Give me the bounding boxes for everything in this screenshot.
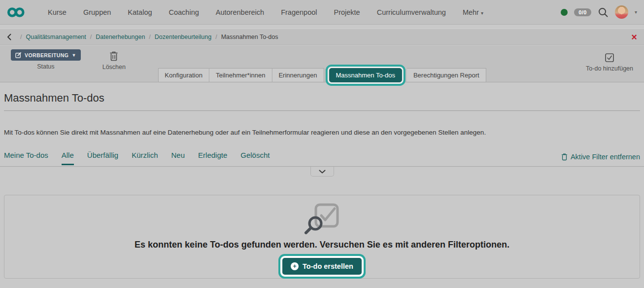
add-todo-label: To-do hinzufügen (586, 65, 633, 72)
app-window: Kurse Gruppen Katalog Coaching Autorenbe… (0, 0, 644, 288)
breadcrumb-separator: / (90, 34, 92, 40)
search-icon[interactable] (598, 7, 609, 18)
todo-checkbox-icon (605, 51, 614, 63)
online-status-dot (561, 9, 568, 16)
nav-item-mehr[interactable]: Mehr▾ (454, 8, 492, 16)
filter-geloescht[interactable]: Gelöscht (240, 151, 270, 165)
breadcrumb-item-dozentenbeurteilung[interactable]: Dozentenbeurteilung (155, 34, 211, 40)
delete-tool[interactable]: Löschen (102, 49, 126, 71)
status-button-label: VORBEREITUNG (25, 52, 68, 58)
create-todo-button[interactable]: + To-do erstellen (282, 258, 362, 275)
nav-item-kurse[interactable]: Kurse (39, 8, 75, 16)
nav-item-fragenpool[interactable]: Fragenpool (272, 8, 325, 16)
course-toolbar: VORBEREITUNG ▼ Status Löschen (0, 45, 644, 82)
course-tabs: Konfiguration Teilnehmer*innen Erinnerun… (158, 68, 486, 82)
trash-icon (109, 49, 118, 61)
chevron-down-icon: ▼ (71, 53, 76, 58)
openolat-logo-icon[interactable] (7, 6, 29, 19)
breadcrumb-separator: / (20, 34, 22, 40)
clear-filters-link[interactable]: Aktive Filter entfernen (561, 153, 640, 165)
status-tool: VORBEREITUNG ▼ Status (11, 49, 81, 71)
clear-filters-label: Aktive Filter entfernen (571, 153, 640, 161)
nav-item-gruppen[interactable]: Gruppen (75, 8, 119, 16)
empty-state-message: Es konnten keine To-dos gefunden werden.… (135, 240, 509, 250)
nav-more-label: Mehr (463, 8, 479, 16)
tab-massnahmen-todos[interactable]: Massnahmen To-dos (329, 68, 402, 82)
filter-tabs: Meine To-dos Alle Überfällig Kürzlich Ne… (4, 151, 640, 165)
tab-berechtigungen-report[interactable]: Berechtigungen Report (407, 68, 486, 82)
nav-item-projekte[interactable]: Projekte (325, 8, 368, 16)
nav-item-curriculumverwaltung[interactable]: Curriculumverwaltung (369, 8, 454, 16)
filter-ueberfaellig[interactable]: Überfällig (87, 151, 118, 165)
no-results-search-check-icon (303, 202, 341, 236)
breadcrumb-separator: / (215, 34, 217, 40)
delete-label: Löschen (102, 64, 126, 71)
filter-alle[interactable]: Alle (62, 151, 74, 165)
create-todo-button-label: To-do erstellen (303, 262, 353, 270)
empty-state-panel: Es konnten keine To-dos gefunden werden.… (4, 195, 640, 279)
breadcrumb-separator: / (149, 34, 150, 40)
breadcrumb-current: Massnahmen To-dos (221, 34, 278, 40)
trash-icon (561, 153, 568, 161)
chevron-down-icon[interactable]: ▾ (635, 9, 637, 15)
breadcrumb: / Qualitätsmanagement / Datenerhebungen … (0, 29, 644, 45)
nav-item-coaching[interactable]: Coaching (161, 8, 207, 16)
chevron-down-icon (319, 170, 326, 174)
back-chevron-icon[interactable] (7, 34, 11, 40)
edit-pencil-icon (15, 52, 22, 58)
close-icon[interactable]: × (631, 32, 637, 42)
filter-meine-todos[interactable]: Meine To-dos (4, 151, 48, 165)
status-dropdown-button[interactable]: VORBEREITUNG ▼ (11, 49, 81, 61)
page-description: Mit To-dos können Sie direkt mit Massnah… (4, 129, 640, 136)
breadcrumb-item-datenerhebungen[interactable]: Datenerhebungen (96, 34, 145, 40)
top-navbar: Kurse Gruppen Katalog Coaching Autorenbe… (0, 0, 644, 25)
collapse-filters-button[interactable] (310, 167, 334, 177)
filter-erledigte[interactable]: Erledigte (198, 151, 227, 165)
filter-kuerzlich[interactable]: Kürzlich (132, 151, 158, 165)
topnav-right-cluster: 0/0 ▾ (561, 5, 637, 19)
plus-circle-icon: + (291, 262, 299, 270)
breadcrumb-item-qualitaetsmanagement[interactable]: Qualitätsmanagement (26, 34, 86, 40)
nav-item-autorenbereich[interactable]: Autorenbereich (207, 8, 272, 16)
tab-konfiguration[interactable]: Konfiguration (158, 68, 209, 82)
toolbar-left-group: VORBEREITUNG ▼ Status Löschen (11, 49, 126, 71)
tab-teilnehmerinnen[interactable]: Teilnehmer*innen (209, 68, 272, 82)
status-label: Status (37, 63, 54, 70)
page-title: Massnahmen To-dos (4, 92, 640, 111)
tab-erinnerungen[interactable]: Erinnerungen (272, 68, 324, 82)
nav-item-katalog[interactable]: Katalog (119, 8, 160, 16)
chat-counter-badge[interactable]: 0/0 (574, 8, 591, 16)
chevron-down-icon: ▾ (481, 10, 483, 16)
filter-neu[interactable]: Neu (171, 151, 185, 165)
user-avatar[interactable] (615, 5, 628, 19)
toolbar-right-group: To-do hinzufügen (586, 51, 633, 72)
add-todo-tool[interactable]: To-do hinzufügen (586, 51, 633, 72)
